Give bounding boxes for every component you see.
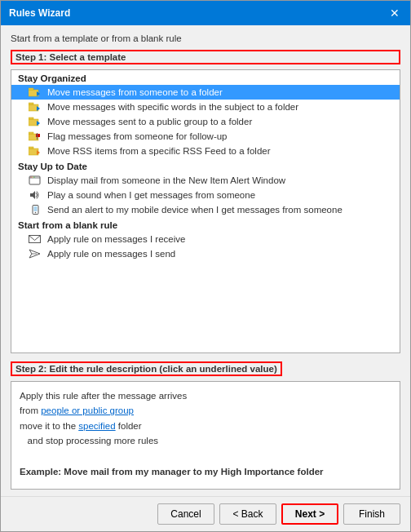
alert-icon xyxy=(28,175,42,186)
step2-section: Step 2: Edit the rule description (click… xyxy=(11,361,400,490)
rules-wizard-dialog: Rules Wizard ✕ Start from a template or … xyxy=(0,0,411,532)
list-item[interactable]: Apply rule on messages I receive xyxy=(11,232,400,246)
list-item-text: Display mail from someone in the New Ite… xyxy=(47,175,285,185)
step1-header: Step 1: Select a template xyxy=(11,50,400,64)
list-item-text: Move messages from someone to a folder xyxy=(47,87,223,97)
svg-rect-4 xyxy=(29,103,33,104)
dialog-title: Rules Wizard xyxy=(9,7,70,19)
rule-line-4: and stop processing more rules xyxy=(20,433,391,448)
dialog-subtitle: Start from a template or from a blank ru… xyxy=(11,33,400,43)
mobile-icon xyxy=(28,204,42,215)
svg-rect-10 xyxy=(29,132,33,134)
back-button[interactable]: < Back xyxy=(219,503,276,525)
dialog-content: Start from a template or from a blank ru… xyxy=(1,25,410,496)
envelope-icon xyxy=(28,233,42,245)
list-item-text: Move messages sent to a public group to … xyxy=(47,117,252,126)
example-text: Example: Move mail from my manager to my… xyxy=(20,461,391,482)
cancel-button[interactable]: Cancel xyxy=(157,503,214,525)
people-group-link[interactable]: people or public group xyxy=(41,406,134,415)
list-item-text: Send an alert to my mobile device when I… xyxy=(47,205,342,215)
send-icon xyxy=(28,248,42,259)
list-item[interactable]: Flag messages from someone for follow-up xyxy=(11,129,400,144)
sound-icon xyxy=(28,189,42,201)
list-item-text: Move RSS items from a specific RSS Feed … xyxy=(47,146,271,156)
list-item-text: Apply rule on messages I send xyxy=(47,249,175,259)
rule-line-2: from people or public group xyxy=(20,403,391,418)
list-item[interactable]: Display mail from someone in the New Ite… xyxy=(11,173,400,188)
next-button[interactable]: Next > xyxy=(281,503,338,525)
close-button[interactable]: ✕ xyxy=(387,6,402,20)
svg-rect-7 xyxy=(29,117,33,119)
svg-rect-1 xyxy=(29,88,33,90)
list-item-text: Move messages with specific words in the… xyxy=(47,102,298,112)
group-label-uptodate: Stay Up to Date xyxy=(11,158,400,173)
svg-point-20 xyxy=(33,176,34,177)
list-item-text: Apply rule on messages I receive xyxy=(47,234,185,244)
list-item[interactable]: Apply rule on messages I send xyxy=(11,246,400,261)
svg-rect-12 xyxy=(37,133,38,140)
rule-line-1: Apply this rule after the message arrive… xyxy=(20,388,391,403)
list-item-text: Play a sound when I get messages from so… xyxy=(47,190,255,200)
list-item-text: Flag messages from someone for follow-up xyxy=(47,131,228,141)
svg-rect-11 xyxy=(36,134,40,137)
finish-button[interactable]: Finish xyxy=(343,503,400,525)
button-bar: Cancel < Back Next > Finish xyxy=(1,496,410,531)
list-item[interactable]: Send an alert to my mobile device when I… xyxy=(11,202,400,217)
folder-move-icon xyxy=(28,116,42,127)
svg-point-19 xyxy=(32,176,33,177)
group-label-blank: Start from a blank rule xyxy=(11,217,400,232)
folder-move-icon xyxy=(28,101,42,113)
title-bar: Rules Wizard ✕ xyxy=(1,1,410,25)
list-item[interactable]: Move messages sent to a public group to … xyxy=(11,114,400,129)
rule-line-3: move it to the specified folder xyxy=(20,419,391,433)
list-item[interactable]: Move RSS items from a specific RSS Feed … xyxy=(11,144,400,158)
template-list[interactable]: Stay Organized Move messages from someon… xyxy=(11,69,400,353)
list-item[interactable]: Move messages with specific words in the… xyxy=(11,100,400,114)
svg-rect-23 xyxy=(34,206,38,211)
folder-move-icon xyxy=(28,86,42,98)
list-item[interactable]: Play a sound when I get messages from so… xyxy=(11,188,400,202)
rss-folder-icon xyxy=(28,145,42,157)
specified-folder-link[interactable]: specified xyxy=(78,421,115,431)
svg-point-24 xyxy=(35,212,37,214)
svg-marker-21 xyxy=(30,191,35,199)
group-label-organized: Stay Organized xyxy=(11,70,400,85)
list-item[interactable]: Move messages from someone to a folder xyxy=(11,85,400,100)
flag-icon xyxy=(28,131,42,142)
step2-header: Step 2: Edit the rule description (click… xyxy=(11,361,282,376)
rule-description: Apply this rule after the message arrive… xyxy=(11,381,400,490)
svg-rect-14 xyxy=(29,147,33,149)
svg-point-18 xyxy=(30,176,31,177)
